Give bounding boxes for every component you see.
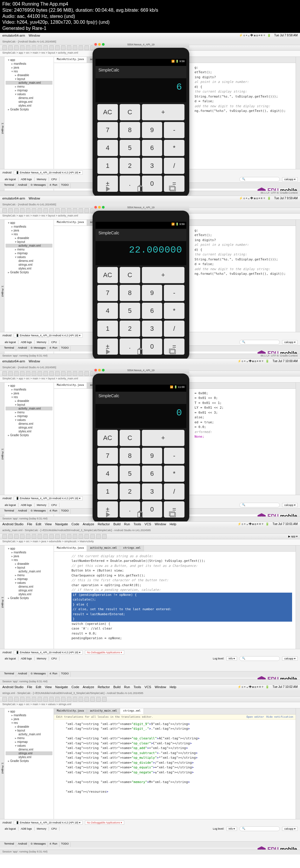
back-icon[interactable] — [106, 512, 110, 517]
toolbar-button[interactable] — [32, 534, 36, 539]
code-line[interactable]: "xml-tag"><string "xml-attr">name="memor… — [66, 780, 292, 785]
calc-button-4[interactable]: 4 — [97, 140, 118, 156]
toolbar-button[interactable] — [79, 371, 83, 376]
toolbar-button[interactable] — [37, 208, 42, 213]
search-input[interactable]: 🔍 — [239, 503, 280, 507]
status-tab[interactable]: Android — [16, 672, 29, 677]
calc-button--[interactable]: - — [164, 122, 185, 138]
tree-item[interactable]: Gradle Scripts — [6, 596, 53, 600]
calc-button-4[interactable]: 4 — [97, 465, 118, 482]
code-line[interactable]: "xml-tag"><string "xml-attr">name="op_cl… — [66, 741, 292, 746]
toolbar-button[interactable] — [90, 534, 95, 539]
toolbar-button[interactable] — [26, 45, 30, 50]
menu-item[interactable]: Navigate — [55, 685, 68, 690]
calc-button-8[interactable]: 8 — [120, 285, 140, 301]
panel-tab[interactable]: ADB logs — [19, 340, 35, 344]
code-line[interactable]: "xml-tag"><string "xml-attr">name="op_mu… — [66, 755, 292, 761]
device-selector[interactable]: 📱 Emulator Nexus_4_API_19 Android 4.4.2 … — [14, 650, 83, 654]
calc-button-AC[interactable]: AC — [97, 267, 118, 283]
toolbar-button[interactable] — [20, 371, 25, 376]
panel-tab[interactable]: CPU — [49, 827, 59, 831]
recent-icon[interactable] — [170, 187, 176, 191]
code-line[interactable]: result = lastNumberEntered; — [71, 612, 292, 617]
tree-item[interactable]: dimens.xml — [6, 422, 53, 426]
panel-tab[interactable]: ADB logs — [19, 656, 35, 660]
toolbar-button[interactable] — [43, 697, 48, 702]
code-line[interactable]: = 0x01 << 0; — [194, 396, 292, 401]
menu-item[interactable]: Window — [29, 196, 40, 202]
tree-item[interactable]: menu — [6, 248, 53, 251]
editor-tab[interactable]: MainActivity.java — [54, 546, 87, 551]
toolbar-button[interactable] — [14, 534, 19, 539]
filter-selector[interactable]: calcapp ▾ — [282, 827, 298, 831]
calc-button-5[interactable]: 5 — [120, 303, 140, 319]
code-line[interactable]: al point in a single number: — [194, 243, 292, 248]
toolbar-button[interactable] — [67, 208, 71, 213]
toolbar-button[interactable] — [37, 45, 42, 50]
tree-item[interactable]: drawable — [6, 399, 53, 403]
tree-item[interactable]: res — [6, 558, 53, 562]
panel-tab[interactable]: CPU — [49, 177, 59, 181]
menubar-icons[interactable]: ⚡ ⊙ ◈ ⚬ ✱ ⊞ ⊡ ◐ ≡ ᯤ 🔋 — [239, 196, 271, 202]
toolbar-button[interactable] — [32, 371, 36, 376]
toolbar-button[interactable] — [43, 534, 48, 539]
toolbar-button[interactable] — [32, 697, 36, 702]
tree-item[interactable]: activity_main.xml — [6, 407, 53, 410]
calc-button-+[interactable]: + — [142, 267, 185, 283]
panel-tab[interactable]: Memory — [35, 340, 49, 344]
calc-button-AC[interactable]: AC — [97, 430, 118, 446]
breadcrumb[interactable]: SimpleCalc > app > src > main > java > e… — [0, 539, 300, 546]
calc-button-+[interactable]: + — [142, 104, 185, 120]
minimize-icon[interactable] — [98, 206, 101, 209]
filter-selector[interactable]: calcapp ▾ — [282, 503, 298, 507]
toolbar-button[interactable] — [55, 45, 60, 50]
loglevel-selector[interactable]: Info ▾ — [227, 827, 237, 831]
toolbar-button[interactable] — [102, 534, 107, 539]
tree-item[interactable]: mipmap — [6, 577, 53, 581]
tree-item[interactable]: values — [6, 92, 53, 96]
toolbar-button[interactable] — [79, 45, 83, 50]
tree-item[interactable]: strings.xml — [6, 589, 53, 592]
toolbar-button[interactable] — [79, 208, 83, 213]
status-tab[interactable]: TODO — [59, 183, 71, 188]
tree-item[interactable]: java — [6, 228, 53, 232]
code-line[interactable]: } else { — [71, 602, 292, 607]
code-line[interactable]: ing digits? — [194, 238, 292, 243]
tree-item[interactable]: activity_main.xml — [6, 732, 53, 736]
panel-tab[interactable]: als logcat — [2, 177, 19, 181]
tree-item[interactable]: manifests — [6, 388, 53, 392]
toolbar-button[interactable] — [8, 534, 13, 539]
tree-item[interactable]: strings.xml — [6, 263, 53, 267]
status-tab[interactable]: TODO — [59, 509, 71, 514]
toolbar-button[interactable] — [26, 371, 30, 376]
zoom-icon[interactable] — [102, 369, 104, 371]
toolbar-button[interactable] — [2, 45, 7, 50]
code-line[interactable]: // get this view as a Button, and get it… — [71, 564, 292, 568]
close-icon[interactable] — [94, 43, 97, 46]
menu-item[interactable]: Window — [155, 522, 166, 528]
status-tab[interactable]: 4: Run — [48, 842, 59, 847]
device-selector[interactable]: 📱 Emulator Nexus_4_API_19 Android 4.4.2 … — [14, 170, 83, 175]
toolbar-button[interactable] — [67, 371, 71, 376]
calc-button-5[interactable]: 5 — [120, 465, 140, 482]
panel-tab[interactable]: als logcat — [2, 656, 19, 660]
panel-tab[interactable]: ADB logs — [19, 503, 35, 507]
code-line[interactable]: String.format("%s.", tvDisplay.getText()… — [194, 94, 292, 99]
loglevel-selector[interactable]: Info ▾ — [227, 656, 237, 660]
code-line[interactable]: d = false; — [194, 262, 292, 267]
calc-button-6[interactable]: 6 — [142, 140, 162, 156]
tree-item[interactable]: layout — [6, 728, 53, 732]
code-line[interactable]: ing digits? — [194, 75, 292, 80]
code-line[interactable]: "xml-tag"><string "xml-attr">name="digit… — [66, 726, 292, 732]
panel-tab[interactable]: CPU — [49, 503, 59, 507]
home-icon[interactable] — [138, 349, 143, 354]
toolbar-button[interactable] — [67, 697, 71, 702]
menu-item[interactable]: Help — [170, 685, 176, 690]
status-tab[interactable]: 4: Run — [48, 672, 59, 677]
status-tab[interactable]: 4: Run — [48, 346, 59, 351]
code-line[interactable]: Button btn = (Button) view; — [71, 568, 292, 573]
toolbar-button[interactable] — [55, 534, 60, 539]
calc-button-*[interactable]: * — [164, 303, 185, 319]
menu-item[interactable]: Help — [170, 522, 176, 528]
tree-item[interactable]: values — [6, 418, 53, 422]
